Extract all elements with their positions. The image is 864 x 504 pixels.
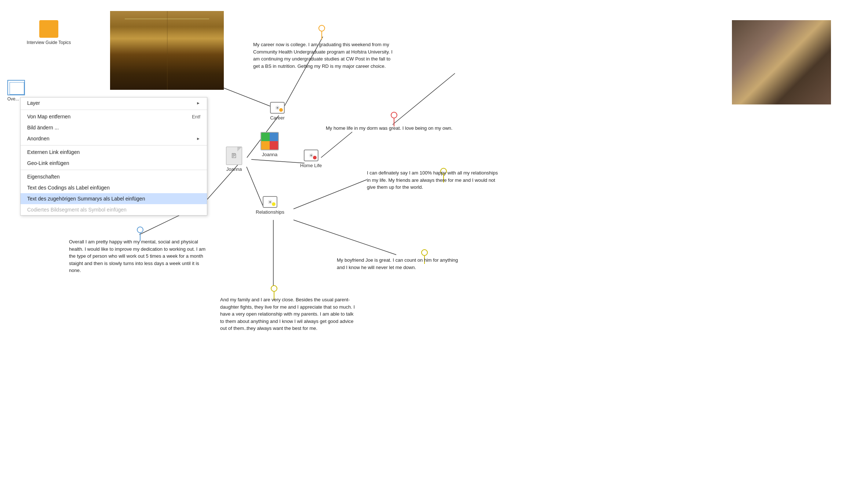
guide-icon-label: Interview Guide Topics (25, 40, 73, 45)
svg-line-1 (251, 159, 305, 163)
menu-item-coded-segment-label: Codiertes Bildsegment als Symbol einfüge… (27, 207, 127, 213)
health-annotation: Overall I am pretty happy with my mental… (69, 238, 208, 274)
homelife-annotation: My home life in my dorm was great. I lov… (326, 125, 452, 132)
menu-item-remove-shortcut: Entf (192, 114, 200, 119)
relationships-label: Relationships (256, 209, 284, 215)
career-pin-line (321, 32, 322, 40)
family-pin-circle (271, 285, 277, 292)
menu-item-geo-link[interactable]: Geo-Link einfügen (21, 158, 207, 169)
menu-item-change-image[interactable]: Bild ändern ... (21, 122, 207, 133)
context-menu: Layer ► Von Map entfernen Entf Bild ände… (20, 97, 207, 216)
joanna-icon-label: Joanna (262, 152, 278, 157)
svg-line-10 (224, 88, 275, 108)
homelife-pin-circle (391, 112, 397, 118)
menu-separator-1 (21, 110, 207, 110)
boyfriend-annotation: My boyfriend Joe is great. I can count o… (337, 257, 462, 271)
interview-guide-icon[interactable]: Interview Guide Topics (25, 20, 73, 45)
career-node[interactable]: ☀ Career (270, 102, 285, 121)
homelife-label: Home Life (300, 163, 322, 168)
homelife-node[interactable]: ☀ Home Life (300, 150, 322, 168)
family-annotation-text: And my family and I are very close. Besi… (220, 297, 355, 331)
joanna-icon-inner (260, 132, 279, 150)
joanna-central-label: Joanna (226, 166, 242, 172)
menu-item-ext-link[interactable]: Externen Link einfügen (21, 147, 207, 158)
relationships-annotation: I can definately say I am 100% happy wit… (367, 169, 499, 191)
homelife-camera-icon: ☀ (304, 150, 318, 161)
career-annotation-text: My career now is college. I am graduatin… (253, 42, 393, 69)
menu-item-remove-label: Von Map entfernen (27, 114, 70, 119)
overlap-node-box (7, 80, 25, 95)
menu-item-geo-link-label: Geo-Link einfügen (27, 160, 69, 166)
menu-item-arrange-label: Anordnen (27, 136, 50, 141)
menu-separator-3 (21, 170, 207, 170)
menu-item-properties-label: Eigenschaften (27, 174, 60, 180)
library-image (110, 11, 224, 90)
menu-item-summary-label[interactable]: Text des zugehörigen Summarys als Label … (21, 193, 207, 204)
career-camera-icon: ☀ (270, 102, 285, 114)
boyfriend-annotation-text: My boyfriend Joe is great. I can count o… (337, 257, 458, 270)
relationships-node[interactable]: ☀ Relationships (256, 196, 284, 215)
menu-item-change-image-label: Bild ändern ... (27, 125, 59, 130)
joanna-central-node[interactable]: 🖹 Joanna (226, 147, 242, 172)
svg-line-5 (321, 132, 352, 158)
menu-item-layer-label: Layer (27, 100, 40, 106)
career-dot (279, 108, 283, 112)
joanna-doc-icon: 🖹 (226, 147, 242, 165)
health-pin-circle (137, 227, 143, 233)
homelife-dot (313, 156, 317, 159)
menu-item-arrange-arrow: ► (196, 136, 200, 141)
guide-icon (39, 20, 58, 38)
svg-line-6 (294, 180, 367, 209)
menu-item-layer-arrow: ► (196, 101, 200, 105)
menu-separator-2 (21, 145, 207, 146)
relationships-camera-icon: ☀ (263, 196, 277, 208)
icon-quadrant-tr (270, 133, 278, 141)
svg-line-9 (294, 220, 396, 255)
menu-item-layer[interactable]: Layer ► (21, 98, 207, 108)
career-label: Career (270, 115, 285, 121)
menu-item-summary-label-text: Text des zugehörigen Summarys als Label … (27, 196, 145, 202)
family-annotation: And my family and I are very close. Besi… (220, 296, 356, 332)
health-annotation-text: Overall I am pretty happy with my mental… (69, 239, 205, 273)
relationships-annotation-text: I can definately say I am 100% happy wit… (367, 170, 498, 190)
homelife-annotation-text: My home life in my dorm was great. I lov… (326, 125, 452, 131)
career-pin (318, 25, 325, 40)
menu-item-ext-link-label: Externen Link einfügen (27, 149, 80, 155)
icon-quadrant-bl (261, 141, 270, 150)
menu-item-coded-segment: Codiertes Bildsegment als Symbol einfüge… (21, 204, 207, 215)
icon-quadrant-br (270, 141, 278, 150)
joanna-icon (260, 132, 279, 150)
relationships-dot (272, 202, 276, 206)
career-pin-circle (318, 25, 325, 32)
menu-item-coding-label[interactable]: Text des Codings als Label einfügen (21, 182, 207, 193)
joanna-icon-node[interactable]: Joanna (260, 132, 279, 157)
career-annotation: My career now is college. I am graduatin… (253, 41, 393, 70)
menu-item-arrange[interactable]: Anordnen ► (21, 133, 207, 144)
boyfriend-pin-circle (421, 249, 428, 256)
svg-line-11 (393, 73, 455, 125)
overlap-label: Ove... (7, 96, 19, 102)
menu-item-properties[interactable]: Eigenschaften (21, 171, 207, 182)
menu-item-remove[interactable]: Von Map entfernen Entf (21, 111, 207, 122)
menu-item-coding-label-text: Text des Codings als Label einfügen (27, 185, 110, 191)
room-image (732, 20, 831, 104)
icon-quadrant-tl (261, 133, 270, 141)
homelife-pin (391, 112, 397, 126)
